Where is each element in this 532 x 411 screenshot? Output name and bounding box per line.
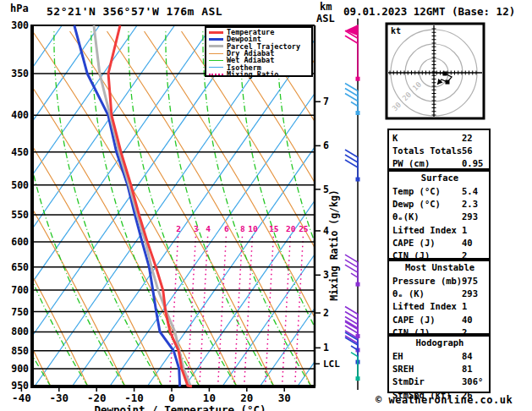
pressure-tick-label: 450 (11, 146, 29, 158)
stat-row: Pressure (mb)975 (392, 275, 487, 288)
pressure-gridlines (32, 25, 315, 386)
mixing-ratio-value-label: 6 (224, 224, 229, 233)
stat-label: Totals Totals (392, 145, 462, 156)
temperature-tick-label: -20 (87, 392, 107, 404)
mixing-ratio-value-label: 15 (269, 224, 279, 233)
stat-label: EH (392, 351, 462, 361)
temperature-tick-label: 10 (203, 392, 216, 404)
stat-label: SREH (392, 364, 462, 374)
stability-indices-panel: K22 Totals Totals56 PW (cm)0.95 (387, 129, 491, 170)
stat-row: K22 (392, 131, 487, 144)
km-tick-label: 2 (323, 307, 329, 319)
hodograph-unit-label: kt (391, 26, 401, 36)
mixing-ratio-value-label: 10 (248, 224, 258, 233)
pressure-tick-label: 300 (11, 19, 29, 31)
stat-value: 1 (462, 301, 487, 311)
stat-label: Temp (°C) (392, 186, 462, 196)
temperature-tick-label: -40 (12, 392, 31, 404)
pressure-tick-label: 400 (11, 109, 29, 121)
stat-row: θₑ(K)293 (392, 211, 487, 223)
stat-label: CAPE (J) (392, 315, 462, 325)
wind-barb-column (345, 19, 360, 390)
stat-label: Pressure (mb) (392, 276, 462, 286)
temperature-tick-label: 20 (240, 392, 253, 404)
temperature-line-swatch (209, 31, 223, 34)
altitude-axis: 7654321LCLMixing Ratio (g/kg) (315, 96, 340, 370)
stat-value: 1 (462, 225, 487, 235)
temperature-axis: -40-30-20-100102030Dewpoint / Temperatur… (12, 388, 291, 411)
surface-panel: Surface Temp (°C)5.4 Dewp (°C)2.3 θₑ(K)2… (387, 170, 491, 260)
stat-label: θₑ(K) (392, 211, 462, 222)
stat-value: 81 (462, 364, 487, 374)
temperature-tick-label: -10 (124, 392, 144, 404)
dry-adiabat-line-swatch (209, 53, 223, 54)
pressure-tick-label: 550 (11, 209, 29, 221)
stat-value: 5.4 (462, 186, 487, 196)
hodograph-trace-marker (442, 72, 447, 76)
wet-adiabat-line-swatch (209, 60, 223, 61)
pressure-tick-label: 600 (11, 236, 29, 248)
stat-row: Dewp (°C)2.3 (392, 198, 487, 211)
stat-value: 2.3 (462, 199, 487, 209)
pressure-tick-label: 700 (11, 284, 29, 296)
stat-row: Lifted Index1 (392, 300, 487, 313)
stat-value: 0.95 (462, 158, 487, 168)
mixing-ratio-value-label: 8 (240, 224, 245, 233)
stat-row: StmDir306° (392, 375, 487, 388)
km-tick-label: 7 (323, 96, 329, 107)
run-datetime: 09.01.2023 12GMT (Base: 12) (343, 5, 515, 18)
panel-title: Surface (392, 173, 487, 185)
stat-row: SREH81 (392, 363, 487, 375)
pressure-tick-label: 500 (11, 179, 29, 191)
stat-label: CAPE (J) (392, 238, 462, 248)
stat-row: CAPE (J)40 (392, 313, 487, 326)
legend-item-mixing-ratio: Mixing Ratio (209, 71, 311, 78)
mixing-ratio-value-label: 3 (194, 224, 199, 233)
panel-title: Hodograph (392, 337, 487, 350)
dewpoint-line-swatch (209, 38, 223, 41)
stat-label: StmDir (392, 376, 462, 386)
copyright-credit: © weatheronline.co.uk (376, 394, 513, 406)
panel-title: Most Unstable (392, 262, 487, 275)
pressure-tick-label: 350 (11, 68, 29, 79)
wind-barb (351, 353, 360, 381)
legend-label: Mixing Ratio (227, 71, 278, 78)
stat-row: CAPE (J)40 (392, 236, 487, 249)
most-unstable-panel: Most Unstable Pressure (mb)975 θₑ (K)293… (387, 260, 491, 335)
pressure-tick-label: 650 (11, 261, 29, 273)
stat-label: Dewp (°C) (392, 199, 462, 209)
stat-value: 293 (462, 288, 487, 299)
sounding-page: 2346810152025300350400450500550600650700… (0, 0, 532, 411)
pressure-tick-label: 850 (11, 345, 29, 357)
altitude-axis-unit-km: km (320, 1, 332, 13)
stat-value: 22 (462, 133, 487, 143)
stat-label: PW (cm) (392, 158, 462, 168)
stat-label: K (392, 133, 462, 143)
stat-value: 306° (462, 376, 487, 386)
pressure-tick-label: 950 (11, 380, 29, 392)
mixing-ratio-value-label: 25 (299, 224, 309, 233)
temperature-tick-label: 0 (168, 392, 175, 404)
pressure-tick-label: 800 (11, 326, 29, 337)
mixing-ratio-line-swatch (209, 74, 223, 75)
stat-value: 56 (462, 145, 487, 156)
stat-row: EH84 (392, 350, 487, 363)
mixing-ratio-value-label: 20 (286, 224, 296, 233)
stat-value: 40 (462, 315, 487, 325)
pressure-tick-label: 750 (11, 306, 29, 318)
stat-row: PW (cm)0.95 (392, 156, 487, 169)
stat-row: Lifted Index1 (392, 223, 487, 236)
km-tick-label: 1 (323, 342, 329, 353)
parcel-line-swatch (209, 45, 223, 47)
stat-label: θₑ (K) (392, 288, 462, 299)
hodograph: 102030kt (387, 24, 484, 118)
mixing-ratio-value-label: 4 (206, 224, 211, 233)
pressure-labels: 3003504004505005506006507007508008509009… (11, 19, 29, 392)
hodograph-stats-panel: Hodograph EH84 SREH81 StmDir306° StmSpd … (387, 335, 491, 393)
temperature-tick-label: 30 (278, 392, 291, 404)
stat-value: 975 (462, 276, 487, 286)
pressure-axis-unit: hPa (10, 3, 29, 14)
stat-value: 40 (462, 238, 487, 248)
x-axis-title: Dewpoint / Temperature (°C) (94, 403, 266, 411)
pressure-tick-label: 900 (11, 363, 29, 375)
